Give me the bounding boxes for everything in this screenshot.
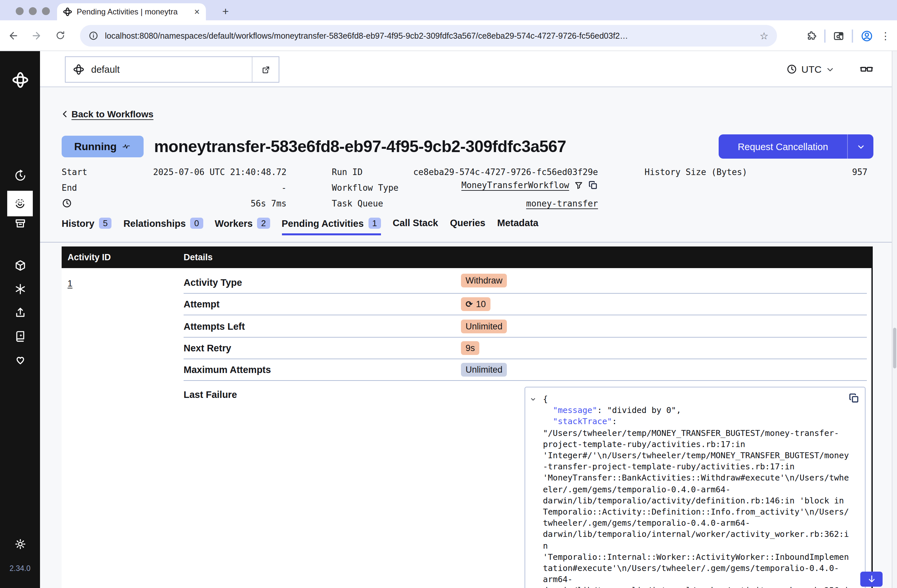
tab-title: Pending Activities | moneytra — [77, 7, 190, 17]
url-bar[interactable]: localhost:8080/namespaces/default/workfl… — [80, 25, 777, 47]
reload-icon[interactable] — [55, 30, 66, 41]
request-cancellation-button[interactable]: Request Cancellation — [719, 134, 873, 159]
nav-item-namespaces-icon[interactable] — [14, 259, 26, 272]
new-tab-button[interactable]: + — [217, 3, 234, 20]
request-cancellation-label[interactable]: Request Cancellation — [719, 134, 847, 159]
last-failure-code-block[interactable]: { "message": "divided by 0", "stackTrace… — [525, 387, 865, 588]
history-size-value: 957 — [644, 167, 868, 177]
nav-item-feedback-heart-icon[interactable] — [14, 354, 26, 366]
chrome-actions: ⋮ — [806, 20, 891, 51]
copy-icon[interactable] — [588, 180, 598, 190]
table-body: 1 Activity Type Withdraw Attempt ⟳10 Att… — [62, 268, 871, 588]
tab-label: History — [62, 218, 95, 228]
traffic-light-minimize[interactable] — [29, 7, 37, 15]
tab-count-badge: 2 — [257, 218, 270, 229]
nav-item-import-icon[interactable] — [14, 307, 26, 319]
tab-strip: Pending Activities | moneytra ✕ + — [0, 0, 897, 20]
status-badge: Running — [62, 136, 144, 157]
tab-count-badge: 1 — [368, 218, 381, 229]
nav-item-archive-icon[interactable] — [14, 217, 26, 230]
details-rows: Activity Type Withdraw Attempt ⟳10 Attem… — [184, 268, 867, 588]
workflow-type-link[interactable]: MoneyTransferWorkflow — [461, 180, 569, 190]
table-row: Maximum Attempts Unlimited — [184, 359, 867, 381]
task-queue-link[interactable]: money-transfer — [332, 199, 598, 208]
tab-label: Queries — [450, 218, 485, 228]
cancel-dropdown-toggle[interactable] — [847, 134, 873, 159]
namespace-name: default — [91, 64, 120, 75]
tab-count-badge: 0 — [190, 218, 203, 229]
tab-history[interactable]: History 5 — [62, 218, 112, 234]
arrow-down-icon — [866, 574, 876, 584]
last-failure-label: Last Failure — [184, 389, 237, 400]
attempt-label: Attempt — [184, 299, 220, 309]
tab-call-stack[interactable]: Call Stack — [393, 218, 438, 233]
namespace-selector[interactable]: default — [65, 57, 279, 82]
timezone-selector[interactable]: UTC — [786, 51, 835, 87]
nav-item-batch-operations-icon[interactable] — [14, 193, 26, 206]
namespace-icon — [73, 64, 84, 75]
nav-item-nexus-icon[interactable] — [14, 283, 26, 295]
table-header: Activity ID Details — [62, 246, 871, 268]
filter-funnel-icon[interactable] — [574, 180, 583, 190]
attempts-left-badge: Unlimited — [461, 319, 507, 333]
attempt-badge: ⟳10 — [461, 297, 490, 311]
extensions-puzzle-icon[interactable] — [806, 30, 817, 41]
traffic-light-close[interactable] — [16, 7, 24, 15]
column-activity-id: Activity ID — [62, 252, 184, 262]
tab-pending-activities[interactable]: Pending Activities 1 — [282, 218, 381, 235]
activity-type-badge: Withdraw — [461, 274, 507, 287]
chevron-down-icon — [825, 64, 835, 74]
attempt-count: 10 — [476, 299, 486, 309]
table-row: Next Retry 9s — [184, 338, 867, 359]
maximum-attempts-badge: Unlimited — [461, 363, 507, 377]
namespace-current[interactable]: default — [66, 57, 253, 82]
app-version: 2.34.0 — [0, 564, 40, 572]
tab-metadata[interactable]: Metadata — [497, 218, 538, 233]
profile-avatar-icon[interactable] — [860, 29, 873, 42]
browser-tab[interactable]: Pending Activities | moneytra ✕ — [57, 3, 206, 20]
workflow-id-title: moneytransfer-583e6fd8-eb97-4f95-9cb2-30… — [154, 137, 566, 156]
page-scrollbar[interactable] — [892, 51, 897, 588]
scrollbar-thumb[interactable] — [893, 328, 896, 368]
namespace-bar: default UTC — [40, 51, 897, 87]
table-row: Last Failure { "message": "divided by 0"… — [184, 381, 867, 588]
nav-item-schedules-icon[interactable] — [14, 170, 26, 182]
attempts-left-label: Attempts Left — [184, 321, 245, 331]
temporal-favicon-icon — [63, 7, 72, 17]
bookmark-star-icon[interactable]: ☆ — [760, 30, 768, 42]
site-info-icon[interactable] — [89, 31, 98, 41]
tab-close-icon[interactable]: ✕ — [194, 8, 200, 16]
pulse-icon — [121, 142, 131, 151]
namespace-open-button[interactable] — [253, 57, 279, 82]
temporal-app: 2.34.0 default — [0, 51, 897, 588]
tab-workers[interactable]: Workers 2 — [215, 218, 270, 234]
main-panel: default UTC — [40, 51, 897, 588]
browser-menu-icon[interactable]: ⋮ — [881, 30, 891, 42]
workflow-tabs: History 5 Relationships 0 Workers 2 Pend… — [62, 218, 538, 235]
status-label: Running — [74, 141, 117, 153]
tab-queries[interactable]: Queries — [450, 218, 485, 233]
theme-toggle-sun-icon[interactable] — [14, 538, 26, 550]
next-retry-badge: 9s — [461, 341, 480, 355]
collapse-caret-icon[interactable] — [530, 396, 536, 403]
url-text: localhost:8080/namespaces/default/workfl… — [105, 31, 753, 40]
tab-relationships[interactable]: Relationships 0 — [123, 218, 203, 234]
last-failure-code-lines: { "message": "divided by 0", "stackTrace… — [543, 393, 860, 588]
retry-icon: ⟳ — [465, 299, 473, 309]
scroll-to-bottom-button[interactable] — [860, 571, 883, 587]
side-panel-search-icon[interactable] — [833, 30, 845, 42]
browser-toolbar: localhost:8080/namespaces/default/workfl… — [0, 20, 897, 51]
forward-icon[interactable] — [31, 30, 42, 41]
traffic-light-zoom[interactable] — [42, 7, 50, 15]
nav-item-docs-icon[interactable] — [14, 330, 26, 342]
left-nav: 2.34.0 — [0, 51, 40, 588]
timezone-label: UTC — [801, 64, 822, 75]
temporal-logo-icon — [11, 72, 29, 89]
next-retry-label: Next Retry — [184, 343, 231, 353]
breadcrumb: Back to Workflows — [60, 109, 153, 119]
back-icon[interactable] — [8, 30, 19, 41]
back-to-workflows-link[interactable]: Back to Workflows — [72, 109, 153, 119]
workflow-type-group: MoneyTransferWorkflow — [332, 180, 598, 190]
activity-id-link[interactable]: 1 — [67, 279, 72, 289]
labs-glasses-icon[interactable] — [860, 62, 873, 76]
